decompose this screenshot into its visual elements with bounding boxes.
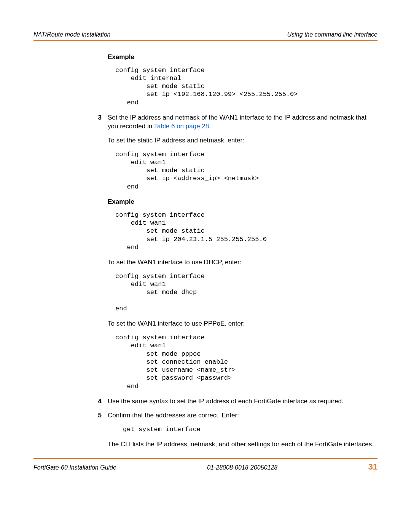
code-block-2: config system interface edit wan1 set mo… xyxy=(115,150,378,191)
step-3-number: 3 xyxy=(92,113,108,131)
code-block-1: config system interface edit internal se… xyxy=(115,66,378,107)
table-link[interactable]: Table 6 on page 28 xyxy=(154,123,209,130)
page-number: 31 xyxy=(368,461,378,473)
step-3: 3 Set the IP address and netmask of the … xyxy=(108,113,378,131)
step-5: 5 Confirm that the addresses are correct… xyxy=(108,411,378,420)
step-3-text-a: Set the IP address and netmask of the WA… xyxy=(108,114,366,130)
running-header: NAT/Route mode installation Using the co… xyxy=(33,30,378,39)
footer-left: FortiGate-60 Installation Guide xyxy=(33,463,116,472)
footer: FortiGate-60 Installation Guide 01-28008… xyxy=(33,458,378,473)
step-4-number: 4 xyxy=(92,397,108,406)
footer-row: FortiGate-60 Installation Guide 01-28008… xyxy=(33,461,378,473)
para-cli-list: The CLI lists the IP address, netmask, a… xyxy=(108,440,378,449)
code-block-3: config system interface edit wan1 set mo… xyxy=(115,211,378,251)
example-heading-1: Example xyxy=(108,53,378,62)
step-5-body: Confirm that the addresses are correct. … xyxy=(108,411,378,420)
content-area: Example config system interface edit int… xyxy=(108,53,378,449)
para-pppoe: To set the WAN1 interface to use PPPoE, … xyxy=(108,320,378,328)
footer-center: 01-28008-0018-20050128 xyxy=(207,463,277,472)
page: NAT/Route mode installation Using the co… xyxy=(0,0,411,492)
header-rule xyxy=(33,40,378,41)
code-block-5: config system interface edit wan1 set mo… xyxy=(115,334,378,390)
step-3-body: Set the IP address and netmask of the WA… xyxy=(108,113,378,131)
header-left: NAT/Route mode installation xyxy=(33,30,110,39)
code-block-6: get system interface xyxy=(123,425,378,433)
example-heading-2: Example xyxy=(108,198,378,206)
step-3-text-b: . xyxy=(209,123,211,130)
step-5-number: 5 xyxy=(92,411,108,420)
step-4-body: Use the same syntax to set the IP addres… xyxy=(108,397,378,406)
para-dhcp: To set the WAN1 interface to use DHCP, e… xyxy=(108,258,378,267)
header-right: Using the command line interface xyxy=(287,30,378,39)
step-4: 4 Use the same syntax to set the IP addr… xyxy=(108,397,378,406)
footer-rule xyxy=(33,458,378,459)
code-block-4: config system interface edit wan1 set mo… xyxy=(115,272,378,313)
para-static: To set the static IP address and netmask… xyxy=(108,136,378,145)
